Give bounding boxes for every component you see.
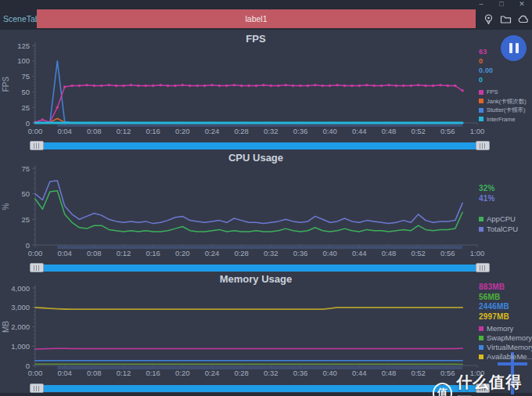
scrollbar-track[interactable] bbox=[44, 265, 476, 272]
legend-item-label: Memory bbox=[487, 324, 513, 333]
legend-swatch-icon bbox=[479, 99, 483, 103]
x-tick-label: 0:24 bbox=[205, 127, 220, 135]
scrollbar-track[interactable] bbox=[44, 142, 476, 149]
legend-item-label: Stutter(卡顿率) bbox=[487, 106, 526, 115]
x-tick-label: 0:52 bbox=[411, 369, 426, 377]
legend-item-label: AppCPU bbox=[487, 214, 516, 225]
legend-swatch-icon bbox=[479, 345, 483, 350]
pause-icon bbox=[509, 43, 512, 53]
x-tick-label: 0:04 bbox=[57, 369, 72, 377]
y-tick-label: 0 bbox=[26, 241, 30, 250]
tab-bar: SceneTab label1 bbox=[0, 8, 532, 30]
scrollbar-handle-right[interactable] bbox=[476, 383, 490, 393]
close-button[interactable]: ✕ bbox=[512, 0, 532, 8]
legend-swatch-icon bbox=[479, 227, 483, 232]
pause-icon bbox=[516, 43, 519, 53]
legend-item[interactable]: VirtualMemory bbox=[479, 343, 532, 352]
x-tick-label: 0:28 bbox=[234, 369, 249, 377]
x-tick-label: 0:48 bbox=[382, 127, 397, 135]
x-tick-label: 0:40 bbox=[322, 249, 337, 257]
scrollbar-handle-left[interactable] bbox=[30, 141, 44, 150]
grip-icon bbox=[34, 386, 40, 391]
current-value: 0 bbox=[479, 75, 527, 85]
current-value: 56MB bbox=[479, 293, 532, 303]
maximize-button[interactable]: □ bbox=[491, 0, 512, 8]
x-tick-label: 0:56 bbox=[440, 249, 455, 257]
x-tick-label: 0:08 bbox=[87, 127, 102, 135]
minimize-button[interactable]: – bbox=[471, 0, 491, 8]
y-tick-label: 50 bbox=[21, 189, 30, 198]
y-tick-label: 25 bbox=[21, 103, 30, 112]
scrollbar-track[interactable] bbox=[44, 385, 476, 392]
x-tick-label: 0:32 bbox=[264, 127, 279, 135]
legend-item[interactable]: Jank(卡顿次数) bbox=[479, 97, 527, 106]
cloud-icon[interactable] bbox=[516, 13, 529, 25]
y-axis-label: FPS bbox=[2, 76, 10, 92]
cpu-timeline-scrollbar[interactable] bbox=[30, 263, 490, 272]
legend-swatch-icon bbox=[479, 117, 483, 121]
legend-item[interactable]: Memory bbox=[479, 324, 532, 333]
legend-swatch-icon bbox=[479, 326, 483, 331]
x-tick-label: 0:08 bbox=[87, 369, 102, 377]
x-tick-label: 0:40 bbox=[322, 369, 337, 377]
y-tick-label: 50 bbox=[21, 88, 30, 96]
series-TotalCPU bbox=[35, 181, 462, 224]
x-tick-label: 0:04 bbox=[57, 127, 72, 135]
x-tick-label: 0:48 bbox=[382, 369, 397, 377]
y-axis-label: % bbox=[2, 203, 10, 210]
memory-legend: 883MB56MB2446MB2997MBMemorySwapMemoryVir… bbox=[479, 283, 532, 362]
folder-icon[interactable] bbox=[499, 13, 512, 25]
legend-item[interactable]: Stutter(卡顿率) bbox=[479, 106, 527, 115]
y-tick-label: 3,000 bbox=[11, 303, 30, 311]
scene-label-bar[interactable]: label1 bbox=[37, 9, 476, 28]
current-value: 32% bbox=[479, 183, 518, 193]
x-tick-label: 0:36 bbox=[293, 249, 308, 257]
grip-icon bbox=[34, 265, 40, 271]
location-icon[interactable] bbox=[482, 13, 494, 25]
legend-swatch-icon bbox=[479, 336, 483, 340]
y-axis-label: MB bbox=[2, 321, 10, 333]
legend-item[interactable]: AppCPU bbox=[479, 214, 518, 225]
x-tick-label: 0:24 bbox=[205, 369, 220, 377]
legend-item-label: InterFrame bbox=[487, 115, 516, 124]
cpu-chart[interactable]: CPU Usage0255075%0:000:040:080:120:160:2… bbox=[0, 152, 532, 261]
scrollbar-handle-left[interactable] bbox=[30, 263, 44, 272]
legend-item-label: AvailableMe... bbox=[487, 352, 532, 362]
x-tick-label: 0:16 bbox=[146, 249, 160, 257]
current-value: 0.00 bbox=[479, 66, 527, 75]
chart-title: CPU Usage bbox=[228, 152, 283, 164]
x-tick-label: 0:52 bbox=[411, 127, 426, 135]
legend-item[interactable]: TotalCPU bbox=[479, 225, 518, 235]
chart-title: Memory Usage bbox=[220, 274, 292, 285]
memory-chart[interactable]: Memory Usage01,0002,0003,0004,000MB0:000… bbox=[0, 274, 532, 380]
x-tick-label: 0:44 bbox=[352, 127, 367, 135]
legend-item[interactable]: FPS bbox=[479, 88, 527, 97]
x-tick-label: 0:28 bbox=[234, 127, 249, 135]
pause-button[interactable] bbox=[501, 35, 527, 61]
scene-tab[interactable]: SceneTab bbox=[3, 8, 40, 30]
grip-icon bbox=[480, 386, 486, 391]
y-tick-label: 2,000 bbox=[11, 322, 30, 331]
y-tick-label: 4,000 bbox=[11, 284, 30, 293]
x-tick-label: 0:52 bbox=[411, 249, 426, 257]
legend-item[interactable]: SwapMemory bbox=[479, 333, 532, 343]
legend-item[interactable]: InterFrame bbox=[479, 115, 527, 124]
y-tick-label: 1,000 bbox=[11, 342, 30, 351]
scrollbar-handle-left[interactable] bbox=[30, 383, 44, 393]
series-AvailableMemory bbox=[35, 308, 462, 309]
x-tick-label: 0:56 bbox=[440, 369, 455, 377]
plus-icon bbox=[498, 362, 527, 365]
y-tick-label: 75 bbox=[21, 72, 30, 81]
x-tick-label: 0:20 bbox=[175, 127, 190, 135]
legend-item[interactable]: AvailableMe... bbox=[479, 352, 532, 362]
memory-timeline-scrollbar[interactable] bbox=[30, 383, 490, 393]
x-tick-label: 0:00 bbox=[28, 249, 43, 257]
fps-chart[interactable]: FPS0255075100125FPS0:000:040:080:120:160… bbox=[0, 31, 532, 141]
series-Stutter bbox=[35, 61, 462, 123]
scrollbar-handle-right[interactable] bbox=[476, 141, 490, 150]
scrollbar-handle-right[interactable] bbox=[476, 263, 490, 272]
legend-swatch-icon bbox=[479, 90, 483, 95]
close-icon: ✕ bbox=[519, 0, 525, 8]
fps-timeline-scrollbar[interactable] bbox=[30, 141, 490, 150]
grip-icon bbox=[480, 143, 486, 149]
